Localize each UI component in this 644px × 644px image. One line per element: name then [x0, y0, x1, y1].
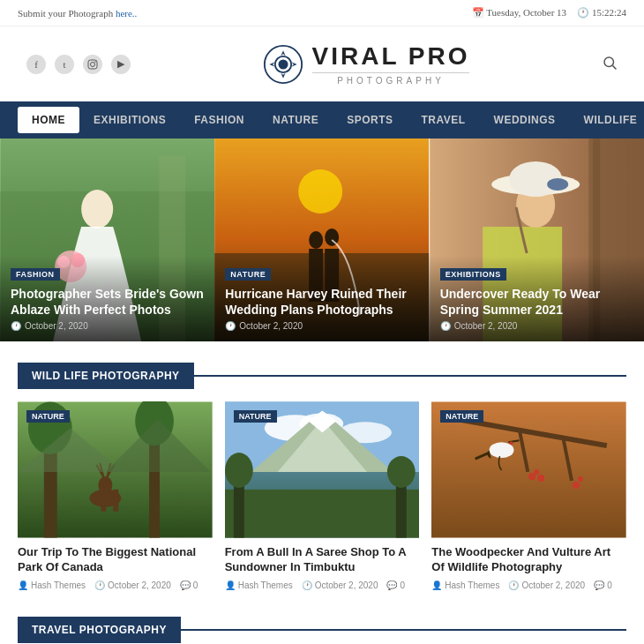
wildlife-author-3: 👤Hash Themes: [431, 580, 499, 590]
main-nav: HOME EXHIBITIONS FASHION NATURE SPORTS T…: [0, 101, 644, 139]
wildlife-comments-1: 💬0: [180, 580, 198, 590]
featured-item-3[interactable]: EXHIBITIONS Undercover Ready To Wear Spr…: [430, 139, 644, 341]
nav-sports[interactable]: SPORTS: [333, 101, 407, 139]
wildlife-card-3[interactable]: NATURE The Woodpecker And Vulture Art Of…: [431, 401, 626, 597]
featured-date-3: 🕐October 2, 2020: [440, 321, 633, 331]
nav-travel[interactable]: TRAVEL: [407, 101, 479, 139]
wildlife-tag-3: NATURE: [440, 410, 483, 423]
svg-point-16: [298, 169, 342, 213]
tag-nature: NATURE: [225, 268, 271, 281]
featured-item-1[interactable]: FASHION Photographer Sets Bride's Gown A…: [0, 139, 214, 341]
top-bar-right: 📅 Tuesday, October 13 🕐 15:22:24: [472, 7, 626, 19]
svg-point-18: [309, 231, 323, 249]
featured-date-2: 🕐October 2, 2020: [225, 321, 418, 331]
wildlife-heading-line: [194, 375, 626, 377]
svg-point-2: [94, 61, 96, 63]
facebook-icon[interactable]: f: [26, 55, 46, 74]
wildlife-comments-2: 💬0: [386, 580, 405, 590]
wildlife-card-img-3: NATURE: [431, 401, 626, 538]
wildlife-card-body-1: Our Trip To The Biggest National Park Of…: [18, 538, 213, 597]
svg-rect-35: [113, 490, 118, 512]
nav-nature[interactable]: NATURE: [258, 101, 333, 139]
tag-exhibitions: EXHIBITIONS: [440, 268, 506, 281]
nav-exhibitions[interactable]: EXHIBITIONS: [79, 101, 180, 139]
search-button[interactable]: [602, 55, 618, 74]
svg-point-59: [573, 482, 580, 489]
wildlife-card-title-1: Our Trip To The Biggest National Park Of…: [18, 545, 213, 575]
header: f t ▶ VIRAL PRO PHOTOGRAPHY: [0, 26, 644, 101]
svg-point-57: [535, 469, 540, 475]
svg-point-49: [225, 453, 253, 488]
wildlife-section-heading: WILD LIFE PHOTOGRAPHY: [18, 363, 626, 389]
featured-date-1: 🕐October 2, 2020: [11, 321, 204, 331]
wildlife-card-body-3: The Woodpecker And Vulture Art Of Wildli…: [431, 538, 626, 597]
time-display: 🕐 15:22:24: [577, 7, 626, 19]
wildlife-date-3: 🕐October 2, 2020: [508, 580, 585, 590]
social-icons: f t ▶: [26, 55, 131, 74]
wildlife-comments-3: 💬0: [594, 580, 612, 590]
nav-home[interactable]: HOME: [18, 107, 79, 133]
nav-fashion[interactable]: FASHION: [180, 101, 258, 139]
top-bar: Submit your Photograph here.. 📅 Tuesday,…: [0, 0, 644, 26]
svg-point-36: [98, 476, 112, 494]
wildlife-author-1: 👤Hash Themes: [18, 580, 86, 590]
svg-point-60: [578, 476, 583, 482]
wildlife-author-2: 👤Hash Themes: [225, 580, 293, 590]
travel-heading-line: [181, 629, 626, 631]
wildlife-tag-1: NATURE: [26, 410, 70, 423]
svg-point-56: [529, 473, 536, 480]
logo-subtitle: PHOTOGRAPHY: [312, 72, 470, 86]
svg-point-5: [278, 59, 288, 69]
wildlife-card-meta-3: 👤Hash Themes 🕐October 2, 2020 💬0: [431, 580, 626, 590]
svg-point-61: [490, 442, 514, 458]
nav-wildlife[interactable]: WILDLIFE: [570, 101, 644, 139]
svg-rect-47: [225, 490, 420, 538]
svg-point-27: [547, 178, 568, 191]
travel-section-heading: TRAVEL PHOTOGRAPHY: [18, 617, 626, 643]
svg-line-7: [612, 65, 616, 69]
wildlife-card-body-2: From A Bull In A Saree Shop To A Sundown…: [225, 538, 420, 597]
wildlife-card-2[interactable]: NATURE From A Bull In A Saree Shop To A …: [225, 401, 420, 597]
svg-point-58: [538, 475, 545, 482]
nav-weddings[interactable]: WEDDINGS: [480, 101, 570, 139]
youtube-icon[interactable]: ▶: [111, 55, 131, 74]
logo-camera-icon: [263, 44, 303, 85]
twitter-icon[interactable]: t: [55, 55, 74, 74]
featured-overlay-1: FASHION Photographer Sets Bride's Gown A…: [0, 256, 214, 341]
submit-text: Submit your Photograph here..: [18, 8, 137, 19]
svg-point-11: [81, 190, 113, 228]
logo: VIRAL PRO PHOTOGRAPHY: [263, 42, 470, 86]
logo-title: VIRAL PRO: [312, 42, 470, 71]
submit-link[interactable]: here..: [116, 8, 137, 19]
travel-label: TRAVEL PHOTOGRAPHY: [18, 617, 181, 643]
svg-point-51: [387, 456, 416, 488]
featured-overlay-2: NATURE Hurricane Harvey Ruined Their Wed…: [214, 256, 429, 341]
wildlife-card-img-1: NATURE: [18, 401, 213, 538]
date-display: 📅 Tuesday, October 13: [472, 7, 566, 19]
wildlife-card-img-2: NATURE: [225, 401, 420, 538]
wildlife-date-1: 🕐October 2, 2020: [94, 580, 171, 590]
featured-overlay-3: EXHIBITIONS Undercover Ready To Wear Spr…: [430, 256, 644, 341]
wildlife-card-meta-2: 👤Hash Themes 🕐October 2, 2020 💬0: [225, 580, 420, 590]
svg-point-1: [91, 62, 95, 66]
featured-title-3: Undercover Ready To Wear Spring Summer 2…: [440, 286, 633, 318]
instagram-icon[interactable]: [83, 55, 102, 74]
tag-fashion: FASHION: [11, 268, 60, 281]
logo-text: VIRAL PRO PHOTOGRAPHY: [312, 42, 470, 86]
featured-title-1: Photographer Sets Bride's Gown Ablaze Wi…: [11, 286, 204, 318]
svg-point-63: [510, 441, 513, 445]
wildlife-label: WILD LIFE PHOTOGRAPHY: [18, 363, 194, 389]
svg-point-6: [604, 57, 614, 67]
wildlife-card-grid: NATURE Our Trip To The Biggest National …: [0, 401, 644, 597]
wildlife-card-meta-1: 👤Hash Themes 🕐October 2, 2020 💬0: [18, 580, 213, 590]
wildlife-card-title-3: The Woodpecker And Vulture Art Of Wildli…: [431, 545, 626, 575]
wildlife-date-2: 🕐October 2, 2020: [302, 580, 378, 590]
featured-item-2[interactable]: NATURE Hurricane Harvey Ruined Their Wed…: [214, 139, 429, 341]
featured-title-2: Hurricane Harvey Ruined Their Wedding Pl…: [225, 286, 418, 318]
featured-grid: FASHION Photographer Sets Bride's Gown A…: [0, 139, 644, 341]
wildlife-tag-2: NATURE: [234, 410, 277, 423]
wildlife-card-title-2: From A Bull In A Saree Shop To A Sundown…: [225, 545, 420, 575]
wildlife-card-1[interactable]: NATURE Our Trip To The Biggest National …: [18, 401, 213, 597]
